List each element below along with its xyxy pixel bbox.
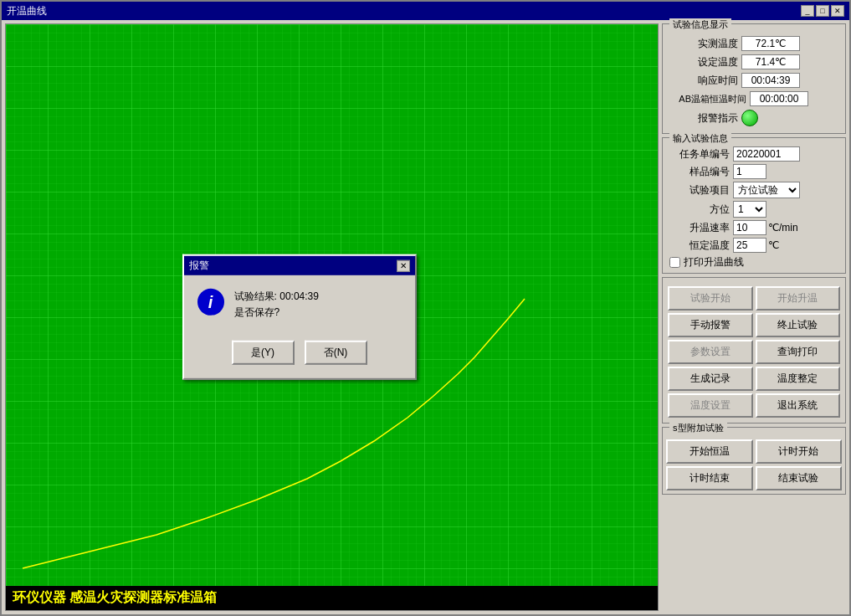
alert-dialog: 报警 ✕ i 试验结果: 00:04:39 是否保存? 是(Y) 否(N) bbox=[182, 254, 417, 380]
query-print-button[interactable]: 查询打印 bbox=[756, 340, 841, 364]
alarm-row: 报警指示 bbox=[666, 110, 842, 126]
set-temp-value: 71.4℃ bbox=[741, 54, 800, 69]
window-title: 开温曲线 bbox=[7, 4, 47, 18]
generate-record-button[interactable]: 生成记录 bbox=[668, 367, 753, 391]
ab-time-label: AB温箱恒温时间 bbox=[666, 93, 750, 105]
chart-panel: 环仪仪器 感温火灾探测器标准温箱 报警 ✕ i 试验结果: 00:04:39 是… bbox=[5, 23, 659, 611]
print-checkbox-row: 打印升温曲线 bbox=[669, 255, 842, 270]
sample-number-row: 样品编号 bbox=[666, 164, 842, 179]
steady-temp-label: 恒定温度 bbox=[666, 239, 733, 253]
heat-rate-label: 升温速率 bbox=[666, 221, 733, 235]
print-checkbox[interactable] bbox=[669, 257, 680, 268]
heat-rate-input[interactable] bbox=[733, 220, 766, 235]
steady-temp-unit: ℃ bbox=[768, 239, 779, 251]
exit-system-button[interactable]: 退出系统 bbox=[756, 393, 841, 418]
content-area: 环仪仪器 感温火灾探测器标准温箱 报警 ✕ i 试验结果: 00:04:39 是… bbox=[2, 20, 849, 614]
maximize-button[interactable]: □ bbox=[816, 5, 829, 17]
info-panel: 试验信息显示 实测温度 72.1℃ 设定温度 71.4℃ 响应时间 00:04:… bbox=[662, 23, 846, 134]
dialog-info-icon: i bbox=[197, 289, 224, 316]
dialog-no-button[interactable]: 否(N) bbox=[305, 341, 367, 365]
input-panel: 输入试验信息 任务单编号 样品编号 试验项目 方位试验 方位 bbox=[662, 137, 846, 274]
dialog-title-text: 报警 bbox=[189, 259, 209, 273]
s-type-panel: s型附加试验 开始恒温 计时开始 计时结束 结束试验 bbox=[662, 427, 846, 495]
dialog-message-line1: 试验结果: 00:04:39 bbox=[234, 289, 319, 305]
title-bar: 开温曲线 _ □ ✕ bbox=[2, 2, 849, 20]
actual-temp-value: 72.1℃ bbox=[741, 36, 800, 51]
ab-time-value: 00:00:00 bbox=[750, 91, 808, 106]
dialog-title-bar: 报警 ✕ bbox=[184, 256, 415, 275]
main-window: 开温曲线 _ □ ✕ bbox=[0, 0, 851, 616]
end-test-button[interactable]: 结束试验 bbox=[756, 466, 843, 490]
alarm-led bbox=[741, 110, 758, 126]
dialog-message-line2: 是否保存? bbox=[234, 305, 319, 321]
response-time-row: 响应时间 00:04:39 bbox=[666, 73, 842, 88]
position-row: 方位 1 bbox=[666, 201, 842, 218]
dialog-close-button[interactable]: ✕ bbox=[397, 259, 410, 271]
temp-setting-button[interactable]: 温度设置 bbox=[668, 393, 753, 418]
start-test-button[interactable]: 试验开始 bbox=[668, 286, 753, 311]
print-label: 打印升温曲线 bbox=[684, 255, 744, 270]
task-number-input[interactable] bbox=[733, 146, 800, 162]
right-panel: 试验信息显示 实测温度 72.1℃ 设定温度 71.4℃ 响应时间 00:04:… bbox=[662, 23, 846, 611]
test-item-select[interactable]: 方位试验 bbox=[733, 182, 800, 198]
steady-temp-input[interactable] bbox=[733, 238, 766, 253]
dialog-yes-button[interactable]: 是(Y) bbox=[232, 341, 295, 365]
title-bar-buttons: _ □ ✕ bbox=[801, 5, 844, 17]
timing-start-button[interactable]: 计时开始 bbox=[756, 439, 843, 464]
actual-temp-row: 实测温度 72.1℃ bbox=[666, 36, 842, 51]
start-heat-button[interactable]: 开始升温 bbox=[756, 286, 841, 311]
s-type-button-grid: 开始恒温 计时开始 计时结束 结束试验 bbox=[666, 439, 842, 490]
steady-temp-row: 恒定温度 ℃ bbox=[666, 238, 842, 253]
heat-rate-row: 升温速率 ℃/min bbox=[666, 220, 842, 235]
response-time-value: 00:04:39 bbox=[741, 73, 800, 88]
test-item-row: 试验项目 方位试验 bbox=[666, 182, 842, 198]
start-const-temp-button[interactable]: 开始恒温 bbox=[666, 439, 753, 464]
temp-settle-button[interactable]: 温度整定 bbox=[756, 367, 841, 391]
task-number-row: 任务单编号 bbox=[666, 146, 842, 162]
s-type-panel-title: s型附加试验 bbox=[669, 422, 727, 434]
heat-rate-unit: ℃/min bbox=[768, 222, 798, 234]
info-panel-title: 试验信息显示 bbox=[669, 18, 731, 31]
manual-alarm-button[interactable]: 手动报警 bbox=[668, 313, 753, 337]
task-number-label: 任务单编号 bbox=[666, 147, 733, 162]
dialog-buttons: 是(Y) 否(N) bbox=[184, 334, 415, 378]
set-temp-row: 设定温度 71.4℃ bbox=[666, 54, 842, 69]
stop-test-button[interactable]: 终止试验 bbox=[756, 313, 841, 337]
close-button[interactable]: ✕ bbox=[831, 5, 844, 17]
main-buttons-panel: 试验开始 开始升温 手动报警 终止试验 参数设置 查询打印 生成记录 温度整定 … bbox=[662, 277, 846, 424]
position-select[interactable]: 1 bbox=[733, 201, 766, 218]
test-item-label: 试验项目 bbox=[666, 183, 733, 198]
input-panel-title: 输入试验信息 bbox=[669, 132, 731, 145]
ab-time-row: AB温箱恒温时间 00:00:00 bbox=[666, 91, 842, 106]
dialog-body: i 试验结果: 00:04:39 是否保存? bbox=[184, 275, 415, 334]
minimize-button[interactable]: _ bbox=[801, 5, 814, 17]
position-label: 方位 bbox=[666, 203, 733, 217]
main-button-grid: 试验开始 开始升温 手动报警 终止试验 参数设置 查询打印 生成记录 温度整定 … bbox=[668, 286, 840, 418]
sample-number-label: 样品编号 bbox=[666, 165, 733, 179]
dialog-message: 试验结果: 00:04:39 是否保存? bbox=[234, 289, 319, 321]
dialog-overlay: 报警 ✕ i 试验结果: 00:04:39 是否保存? 是(Y) 否(N) bbox=[6, 24, 658, 610]
timing-end-button[interactable]: 计时结束 bbox=[666, 466, 753, 490]
sample-number-input[interactable] bbox=[733, 164, 766, 179]
param-setting-button[interactable]: 参数设置 bbox=[668, 340, 753, 364]
set-temp-label: 设定温度 bbox=[666, 55, 741, 69]
response-time-label: 响应时间 bbox=[666, 74, 741, 88]
alarm-label: 报警指示 bbox=[666, 111, 741, 126]
actual-temp-label: 实测温度 bbox=[666, 37, 741, 51]
